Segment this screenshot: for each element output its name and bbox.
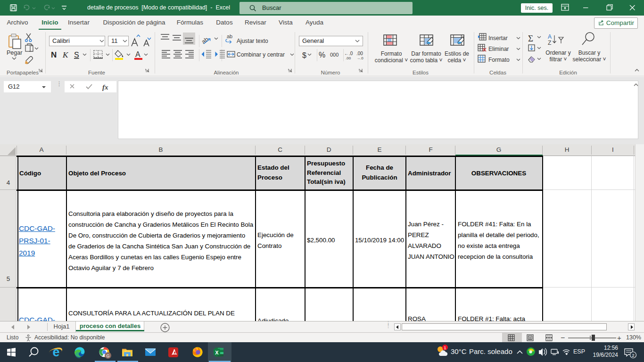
svg-text:000: 000: [330, 52, 339, 58]
svg-text:fx: fx: [102, 83, 108, 91]
svg-text:e: e: [52, 345, 59, 359]
svg-text:2: 2: [632, 353, 634, 358]
svg-text:→.0: →.0: [356, 56, 363, 60]
svg-text:Z: Z: [548, 40, 551, 46]
svg-text:%: %: [319, 51, 325, 59]
svg-text:A: A: [548, 33, 552, 40]
svg-text:K: K: [62, 50, 69, 59]
svg-text:A: A: [135, 50, 140, 58]
svg-text:$: $: [302, 51, 306, 59]
svg-text:.00: .00: [346, 56, 351, 60]
svg-text:←.0: ←.0: [344, 51, 353, 56]
svg-text:S: S: [74, 51, 79, 59]
svg-text:X: X: [215, 350, 219, 355]
svg-text:.00: .00: [356, 51, 363, 56]
svg-text:1: 1: [444, 345, 446, 350]
svg-text:Σ: Σ: [528, 33, 533, 43]
svg-text:N: N: [51, 50, 57, 59]
svg-text:ab: ab: [227, 33, 232, 39]
svg-text:G: G: [106, 354, 109, 358]
